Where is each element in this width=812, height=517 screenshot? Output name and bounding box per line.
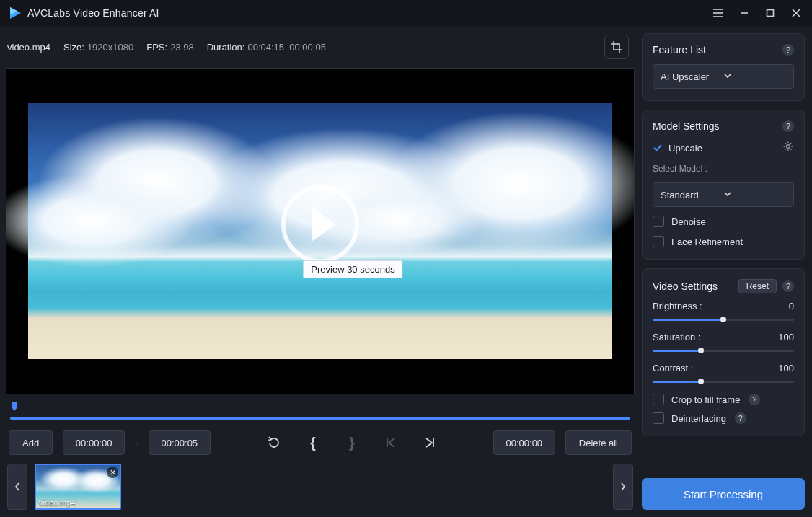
start-processing-button[interactable]: Start Processing — [642, 478, 805, 510]
help-icon[interactable]: ? — [782, 280, 794, 292]
timeline[interactable] — [6, 400, 635, 425]
contrast-value: 100 — [778, 363, 794, 374]
mark-out-button: } — [344, 435, 360, 451]
controls-row: Add 00:00:00 - 00:00:05 { } 00:00:00 Del… — [6, 430, 635, 455]
size-info: Size:1920x1080 — [63, 42, 133, 53]
play-icon — [312, 207, 336, 242]
thumbnail-label: video.mp4 — [39, 498, 76, 507]
denoise-row[interactable]: Denoise — [653, 216, 794, 227]
in-marker-icon[interactable] — [10, 402, 20, 412]
svg-rect-6 — [767, 10, 774, 17]
play-logo-icon — [9, 6, 22, 19]
duration-info: Duration:00:04:15 00:00:05 — [207, 42, 326, 53]
preview-tooltip: Preview 30 seconds — [303, 260, 402, 278]
minimize-button[interactable] — [731, 3, 757, 23]
main-area: video.mp4 Size:1920x1080 FPS:23.98 Durat… — [0, 26, 637, 517]
denoise-checkbox[interactable] — [653, 216, 664, 227]
help-icon[interactable]: ? — [782, 44, 794, 56]
deinterlace-row[interactable]: Deinterlacing ? — [653, 412, 794, 424]
dash: - — [135, 437, 138, 448]
brightness-label: Brightness : — [653, 301, 789, 311]
video-settings-title: Video Settings — [653, 280, 738, 292]
app-logo: AVCLabs Video Enhancer AI — [9, 6, 159, 19]
check-icon — [653, 143, 663, 153]
contrast-slider[interactable]: Contrast :100 — [653, 363, 794, 386]
gear-icon[interactable] — [782, 141, 794, 155]
timeline-track[interactable] — [10, 413, 630, 423]
chevron-down-icon — [723, 190, 786, 200]
help-icon[interactable]: ? — [735, 412, 746, 424]
feature-select-value: AI Upscaler — [661, 71, 723, 82]
prev-frame-button — [383, 435, 399, 451]
help-icon[interactable]: ? — [782, 120, 794, 132]
delete-all-label: Delete all — [579, 438, 618, 448]
model-select-value: Standard — [661, 190, 723, 200]
thumbnail-item[interactable]: ✕ video.mp4 — [35, 464, 121, 510]
select-model-label: Select Model : — [653, 164, 794, 174]
face-refinement-checkbox[interactable] — [653, 236, 664, 247]
deinterlace-label: Deinterlacing — [671, 413, 726, 424]
loop-button[interactable] — [266, 435, 282, 451]
crop-fill-row[interactable]: Crop to fill frame ? — [653, 394, 794, 405]
prev-thumb-button[interactable] — [7, 464, 27, 510]
denoise-label: Denoise — [671, 216, 706, 227]
maximize-button[interactable] — [757, 3, 783, 23]
play-button[interactable] — [281, 185, 359, 263]
in-timecode[interactable]: 00:00:00 — [63, 430, 125, 455]
start-processing-label: Start Processing — [684, 488, 763, 500]
filename-label: video.mp4 — [7, 42, 50, 53]
settings-panel: Feature List ? AI Upscaler Model Setting… — [637, 26, 812, 517]
brightness-value: 0 — [789, 301, 794, 311]
close-button[interactable] — [783, 3, 809, 23]
video-preview[interactable]: Preview 30 seconds — [6, 68, 635, 394]
add-button[interactable]: Add — [9, 430, 53, 455]
brightness-slider[interactable]: Brightness :0 — [653, 301, 794, 324]
crop-fill-checkbox[interactable] — [653, 394, 664, 405]
face-refinement-row[interactable]: Face Refinement — [653, 236, 794, 247]
current-timecode[interactable]: 00:00:00 — [493, 430, 555, 455]
model-settings-title: Model Settings — [653, 120, 782, 132]
next-frame-button[interactable] — [422, 435, 438, 451]
delete-all-button[interactable]: Delete all — [565, 430, 632, 455]
feature-select[interactable]: AI Upscaler — [653, 64, 794, 89]
next-thumb-button[interactable] — [613, 464, 633, 510]
svg-point-11 — [787, 145, 790, 149]
add-button-label: Add — [22, 438, 39, 448]
feature-list-card: Feature List ? AI Upscaler — [642, 33, 805, 101]
saturation-value: 100 — [778, 332, 794, 343]
reset-button[interactable]: Reset — [738, 279, 777, 293]
title-bar: AVCLabs Video Enhancer AI — [0, 0, 812, 26]
feature-list-title: Feature List — [653, 44, 782, 56]
upscale-label: Upscale — [668, 143, 777, 154]
fps-info: FPS:23.98 — [146, 42, 193, 53]
out-timecode[interactable]: 00:00:05 — [149, 430, 211, 455]
model-settings-card: Model Settings ? Upscale Select Model : … — [642, 110, 805, 260]
upscale-row: Upscale — [653, 141, 794, 155]
app-title: AVCLabs Video Enhancer AI — [27, 7, 159, 19]
face-refinement-label: Face Refinement — [671, 237, 743, 247]
thumbnail-strip: ✕ video.mp4 — [6, 461, 635, 511]
file-info-bar: video.mp4 Size:1920x1080 FPS:23.98 Durat… — [6, 32, 635, 62]
crop-fill-label: Crop to fill frame — [671, 394, 740, 405]
crop-button[interactable] — [604, 35, 629, 59]
menu-button[interactable] — [705, 3, 731, 23]
saturation-label: Saturation : — [653, 332, 778, 343]
video-settings-card: Video Settings Reset ? Brightness :0 Sat… — [642, 268, 805, 436]
chevron-down-icon — [723, 71, 786, 82]
mark-in-button[interactable]: { — [305, 435, 321, 451]
model-select[interactable]: Standard — [653, 182, 794, 207]
help-icon[interactable]: ? — [749, 394, 760, 405]
thumbnail-remove-button[interactable]: ✕ — [107, 467, 118, 478]
contrast-label: Contrast : — [653, 363, 778, 374]
deinterlace-checkbox[interactable] — [653, 412, 664, 424]
saturation-slider[interactable]: Saturation :100 — [653, 332, 794, 355]
